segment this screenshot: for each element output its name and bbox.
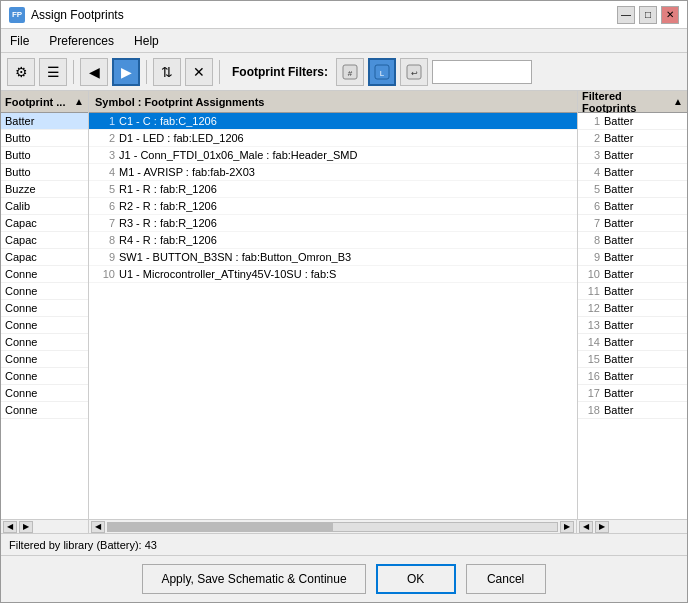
right-list-item[interactable]: 9Batter xyxy=(578,249,687,266)
menu-file[interactable]: File xyxy=(7,33,32,49)
center-hscroll-thumb xyxy=(108,523,333,531)
filter-fp-button[interactable]: L xyxy=(368,58,396,86)
left-list-item[interactable]: Batter xyxy=(1,113,88,130)
menu-help[interactable]: Help xyxy=(131,33,162,49)
right-list-item[interactable]: 15Batter xyxy=(578,351,687,368)
center-hscroll-track[interactable] xyxy=(107,522,558,532)
center-row[interactable]: 6R2 - R : fab:R_1206 xyxy=(89,198,577,215)
right-list-item[interactable]: 18Batter xyxy=(578,402,687,419)
back-button[interactable]: ◀ xyxy=(80,58,108,86)
left-list-item[interactable]: Buzze xyxy=(1,181,88,198)
left-list-item[interactable]: Conne xyxy=(1,351,88,368)
cancel-button[interactable]: Cancel xyxy=(466,564,546,594)
filter-rev-button[interactable]: ↩ xyxy=(400,58,428,86)
left-list-item[interactable]: Butto xyxy=(1,147,88,164)
left-hscroll: ◀ ▶ xyxy=(1,520,89,533)
right-item-num: 6 xyxy=(582,200,600,212)
center-row[interactable]: 10U1 - Microcontroller_ATtiny45V-10SU : … xyxy=(89,266,577,283)
left-list-item[interactable]: Conne xyxy=(1,317,88,334)
right-list-item[interactable]: 3Batter xyxy=(578,147,687,164)
center-row[interactable]: 4M1 - AVRISP : fab:fab-2X03 xyxy=(89,164,577,181)
left-list-item[interactable]: Calib xyxy=(1,198,88,215)
svg-text:L: L xyxy=(380,69,385,78)
right-item-label: Batter xyxy=(604,319,633,331)
left-list[interactable]: BatterButtoButtoButtoBuzzeCalibCapacCapa… xyxy=(1,113,88,519)
right-list-item[interactable]: 2Batter xyxy=(578,130,687,147)
left-list-item[interactable]: Conne xyxy=(1,300,88,317)
row-content: U1 - Microcontroller_ATtiny45V-10SU : fa… xyxy=(119,268,571,280)
right-panel: Filtered Footprints ▲ 1Batter2Batter3Bat… xyxy=(577,91,687,519)
right-hscroll: ◀ ▶ xyxy=(577,520,687,533)
apply-save-button[interactable]: Apply, Save Schematic & Continue xyxy=(142,564,365,594)
center-row[interactable]: 7R3 - R : fab:R_1206 xyxy=(89,215,577,232)
minimize-button[interactable]: — xyxy=(617,6,635,24)
center-row[interactable]: 5R1 - R : fab:R_1206 xyxy=(89,181,577,198)
menu-bar: File Preferences Help xyxy=(1,29,687,53)
filter-x-button[interactable]: ✕ xyxy=(185,58,213,86)
left-list-item[interactable]: Capac xyxy=(1,249,88,266)
right-list-item[interactable]: 4Batter xyxy=(578,164,687,181)
row-content: C1 - C : fab:C_1206 xyxy=(119,115,571,127)
right-item-label: Batter xyxy=(604,183,633,195)
left-list-item[interactable]: Butto xyxy=(1,130,88,147)
right-item-label: Batter xyxy=(604,115,633,127)
center-row[interactable]: 3J1 - Conn_FTDI_01x06_Male : fab:Header_… xyxy=(89,147,577,164)
left-list-item[interactable]: Conne xyxy=(1,334,88,351)
left-list-item[interactable]: Capac xyxy=(1,232,88,249)
list-button[interactable]: ☰ xyxy=(39,58,67,86)
filter-lib-button[interactable]: # xyxy=(336,58,364,86)
right-item-label: Batter xyxy=(604,404,633,416)
settings-button[interactable]: ⚙ xyxy=(7,58,35,86)
right-list-item[interactable]: 14Batter xyxy=(578,334,687,351)
left-hscroll-right[interactable]: ▶ xyxy=(19,521,33,533)
right-list-item[interactable]: 1Batter xyxy=(578,113,687,130)
right-hscroll-right[interactable]: ▶ xyxy=(595,521,609,533)
right-panel-header: Filtered Footprints ▲ xyxy=(578,91,687,113)
left-hscroll-left[interactable]: ◀ xyxy=(3,521,17,533)
right-list-item[interactable]: 16Batter xyxy=(578,368,687,385)
right-list-item[interactable]: 5Batter xyxy=(578,181,687,198)
left-list-item[interactable]: Capac xyxy=(1,215,88,232)
right-list-item[interactable]: 12Batter xyxy=(578,300,687,317)
right-item-label: Batter xyxy=(604,166,633,178)
right-hscroll-left[interactable]: ◀ xyxy=(579,521,593,533)
left-list-item[interactable]: Conne xyxy=(1,266,88,283)
ok-button[interactable]: OK xyxy=(376,564,456,594)
right-item-num: 10 xyxy=(582,268,600,280)
right-item-label: Batter xyxy=(604,234,633,246)
bottom-buttons: Apply, Save Schematic & Continue OK Canc… xyxy=(1,555,687,602)
center-hscroll-left[interactable]: ◀ xyxy=(91,521,105,533)
right-item-num: 3 xyxy=(582,149,600,161)
maximize-button[interactable]: □ xyxy=(639,6,657,24)
left-list-item[interactable]: Butto xyxy=(1,164,88,181)
close-button[interactable]: ✕ xyxy=(661,6,679,24)
left-list-item[interactable]: Conne xyxy=(1,283,88,300)
center-list[interactable]: 1C1 - C : fab:C_12062D1 - LED : fab:LED_… xyxy=(89,113,577,519)
right-item-num: 17 xyxy=(582,387,600,399)
right-list-item[interactable]: 11Batter xyxy=(578,283,687,300)
right-list-item[interactable]: 10Batter xyxy=(578,266,687,283)
right-list-item[interactable]: 7Batter xyxy=(578,215,687,232)
right-list-item[interactable]: 8Batter xyxy=(578,232,687,249)
filter-pin-button[interactable]: ⇅ xyxy=(153,58,181,86)
center-row[interactable]: 2D1 - LED : fab:LED_1206 xyxy=(89,130,577,147)
center-row[interactable]: 8R4 - R : fab:R_1206 xyxy=(89,232,577,249)
filter-search-input[interactable] xyxy=(432,60,532,84)
right-item-label: Batter xyxy=(604,353,633,365)
right-list[interactable]: 1Batter2Batter3Batter4Batter5Batter6Batt… xyxy=(578,113,687,519)
left-list-item[interactable]: Conne xyxy=(1,385,88,402)
right-item-num: 12 xyxy=(582,302,600,314)
right-item-num: 4 xyxy=(582,166,600,178)
left-list-item[interactable]: Conne xyxy=(1,368,88,385)
left-list-item[interactable]: Conne xyxy=(1,402,88,419)
right-list-item[interactable]: 6Batter xyxy=(578,198,687,215)
center-hscroll-right[interactable]: ▶ xyxy=(560,521,574,533)
right-item-num: 11 xyxy=(582,285,600,297)
forward-button[interactable]: ▶ xyxy=(112,58,140,86)
right-item-num: 7 xyxy=(582,217,600,229)
right-list-item[interactable]: 17Batter xyxy=(578,385,687,402)
center-row[interactable]: 1C1 - C : fab:C_1206 xyxy=(89,113,577,130)
right-list-item[interactable]: 13Batter xyxy=(578,317,687,334)
menu-preferences[interactable]: Preferences xyxy=(46,33,117,49)
center-row[interactable]: 9SW1 - BUTTON_B3SN : fab:Button_Omron_B3 xyxy=(89,249,577,266)
